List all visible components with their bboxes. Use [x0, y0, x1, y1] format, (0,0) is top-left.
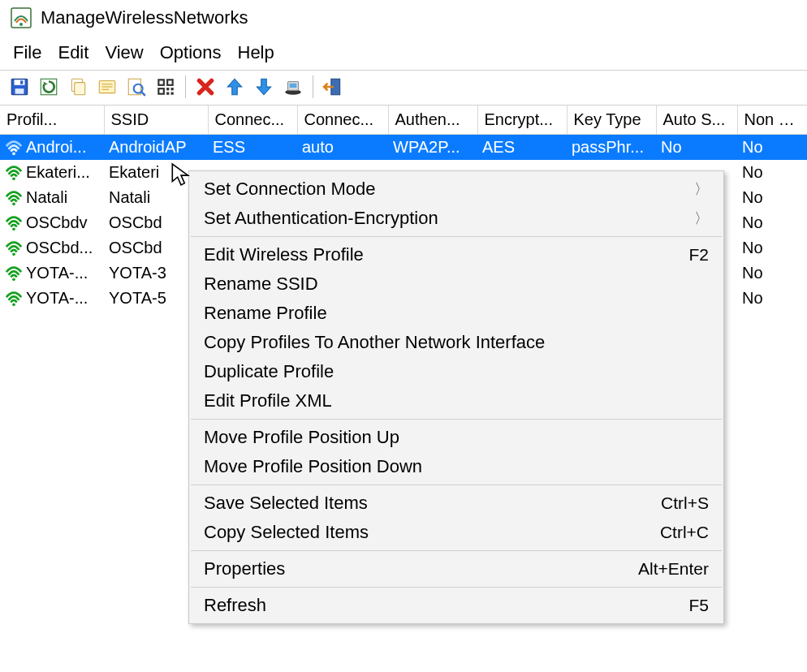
toolbar-separator	[185, 75, 186, 98]
wifi-icon	[5, 190, 23, 206]
svg-rect-25	[171, 93, 174, 95]
col-ssid[interactable]: SSID	[104, 106, 208, 135]
col-authen[interactable]: Authen...	[388, 106, 477, 135]
cm-edit-wireless-profile[interactable]: Edit Wireless Profile F2	[189, 240, 723, 269]
find-icon[interactable]	[123, 74, 149, 100]
cell-profile: Ekateri...	[0, 160, 104, 185]
cm-set-connection-mode[interactable]: Set Connection Mode 〉	[189, 174, 723, 204]
cell-nonb: No	[737, 235, 807, 261]
cm-shortcut: Ctrl+C	[660, 523, 709, 542]
cell-nonb: No	[737, 185, 807, 210]
svg-point-35	[12, 278, 15, 281]
cm-duplicate-profile[interactable]: Duplicate Profile	[189, 357, 723, 386]
cm-set-auth-encryption[interactable]: Set Authentication-Encryption 〉	[189, 204, 723, 233]
move-up-icon[interactable]	[222, 74, 248, 100]
exit-icon[interactable]	[320, 74, 346, 100]
col-connect1[interactable]: Connec...	[208, 106, 297, 135]
col-nonb[interactable]: Non B...	[737, 106, 807, 135]
cell-nonb: No	[737, 210, 807, 235]
table-row[interactable]: Androi... AndroidAP ESS auto WPA2P... AE…	[0, 135, 807, 161]
col-profile[interactable]: Profil...	[0, 106, 104, 135]
cell-autos: No	[656, 135, 737, 161]
svg-rect-24	[166, 93, 169, 95]
col-keytype[interactable]: Key Type	[567, 106, 656, 135]
cm-label: Rename SSID	[204, 274, 318, 295]
properties-icon[interactable]	[94, 74, 120, 100]
chevron-right-icon: 〉	[694, 209, 709, 228]
save-icon[interactable]	[6, 74, 32, 100]
svg-line-15	[140, 91, 145, 95]
cm-separator	[191, 587, 722, 588]
svg-rect-21	[159, 89, 162, 93]
svg-point-34	[12, 252, 15, 256]
delete-icon[interactable]	[192, 74, 218, 100]
svg-rect-4	[15, 88, 24, 94]
cell-auth: WPA2P...	[388, 135, 477, 161]
cm-edit-profile-xml[interactable]: Edit Profile XML	[189, 386, 723, 416]
cm-label: Set Authentication-Encryption	[204, 208, 438, 229]
cm-label: Edit Profile XML	[204, 390, 332, 411]
menu-help[interactable]: Help	[231, 41, 281, 65]
cell-profile: YOTA-...	[0, 261, 104, 286]
menu-file[interactable]: File	[6, 41, 48, 65]
cell-connect1: ESS	[208, 135, 297, 161]
menu-edit[interactable]: Edit	[51, 41, 95, 65]
svg-rect-20	[168, 80, 171, 84]
cell-text: Androi...	[26, 138, 86, 157]
toolbar	[0, 70, 807, 106]
cm-separator	[191, 550, 722, 551]
svg-point-1	[19, 23, 23, 26]
table-header-row: Profil... SSID Connec... Connec... Authe…	[0, 106, 807, 135]
refresh-icon[interactable]	[36, 74, 62, 100]
svg-point-36	[12, 303, 15, 306]
cm-label: Rename Profile	[204, 303, 327, 324]
svg-rect-19	[159, 80, 162, 84]
cm-move-down[interactable]: Move Profile Position Down	[189, 452, 723, 481]
cm-label: Refresh	[204, 595, 266, 616]
cell-keytype: passPhr...	[567, 135, 656, 161]
svg-point-30	[12, 152, 15, 155]
cm-properties[interactable]: Properties Alt+Enter	[189, 554, 723, 584]
col-autos[interactable]: Auto S...	[656, 106, 737, 135]
wifi-icon	[5, 165, 23, 181]
cell-connect2: auto	[297, 135, 388, 161]
cell-text: OSCbd...	[26, 239, 93, 257]
toolbar-separator	[313, 75, 313, 98]
cell-profile: YOTA-...	[0, 286, 104, 311]
interface-icon[interactable]	[280, 74, 306, 100]
cm-rename-ssid[interactable]: Rename SSID	[189, 269, 723, 299]
cm-label: Edit Wireless Profile	[204, 244, 364, 265]
qr-icon[interactable]	[153, 74, 179, 100]
svg-rect-28	[290, 84, 297, 88]
cm-label: Save Selected Items	[204, 493, 368, 514]
cell-nonb: No	[737, 286, 807, 311]
menu-options[interactable]: Options	[153, 41, 228, 65]
cm-save-selected[interactable]: Save Selected Items Ctrl+S	[189, 489, 723, 518]
cell-profile: Natali	[0, 185, 104, 210]
cm-label: Copy Selected Items	[204, 522, 369, 543]
cell-profile: OSCbd...	[0, 235, 104, 261]
wifi-icon	[5, 240, 23, 256]
cm-move-up[interactable]: Move Profile Position Up	[189, 423, 723, 452]
cell-text: Ekateri...	[26, 163, 90, 182]
menu-view[interactable]: View	[98, 41, 149, 65]
svg-point-31	[12, 177, 15, 180]
app-icon	[10, 6, 32, 29]
chevron-right-icon: 〉	[694, 179, 709, 199]
cm-refresh[interactable]: Refresh F5	[189, 591, 723, 620]
cm-separator	[191, 419, 722, 420]
cell-text: YOTA-...	[26, 289, 88, 308]
context-menu: Set Connection Mode 〉 Set Authentication…	[188, 170, 724, 624]
svg-point-33	[12, 227, 15, 230]
col-encrypt[interactable]: Encrypt...	[477, 106, 567, 135]
move-down-icon[interactable]	[251, 74, 277, 100]
cm-shortcut: Ctrl+S	[661, 493, 709, 513]
col-connect2[interactable]: Connec...	[297, 106, 388, 135]
cm-copy-selected[interactable]: Copy Selected Items Ctrl+C	[189, 518, 723, 547]
cm-label: Move Profile Position Up	[204, 427, 399, 448]
cell-text: Natali	[26, 188, 67, 207]
cm-copy-profiles-interface[interactable]: Copy Profiles To Another Network Interfa…	[189, 328, 723, 357]
cm-rename-profile[interactable]: Rename Profile	[189, 299, 723, 328]
cm-separator	[191, 485, 722, 485]
copy-icon[interactable]	[65, 74, 91, 100]
